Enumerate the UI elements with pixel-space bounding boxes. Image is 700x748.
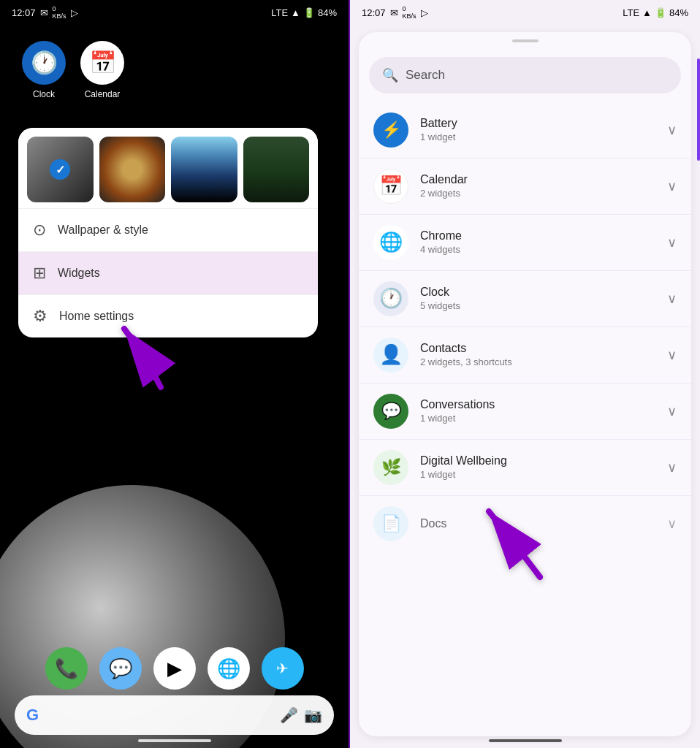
wallpaper-thumb-2[interactable] bbox=[99, 137, 166, 202]
battery-pct-left: 84% bbox=[318, 7, 337, 18]
scroll-indicator bbox=[697, 58, 700, 161]
inbox-icon: ✉ bbox=[40, 7, 48, 18]
clock-chevron-icon: ∨ bbox=[667, 291, 677, 307]
camera-icon[interactable]: 📷 bbox=[304, 706, 322, 724]
status-time-right: 12:07 ✉ 0KB/s ▷ bbox=[362, 6, 428, 20]
widget-list: ⚡ Battery 1 widget ∨ 📅 Calendar 2 widget… bbox=[359, 99, 691, 554]
widget-item-contacts[interactable]: 👤 Contacts 2 widgets, 3 shortcuts ∨ bbox=[359, 327, 691, 383]
chrome-widget-icon: 🌐 bbox=[373, 225, 408, 260]
widget-item-calendar[interactable]: 📅 Calendar 2 widgets ∨ bbox=[359, 159, 691, 215]
dock-chrome[interactable]: 🌐 bbox=[208, 647, 250, 690]
status-right-right: LTE ▲ 🔋 84% bbox=[623, 7, 688, 18]
search-bar[interactable]: 🔍 Search bbox=[369, 57, 681, 94]
conversations-widget-name: Conversations bbox=[420, 398, 667, 411]
chrome-widget-count: 4 widgets bbox=[420, 244, 667, 255]
contacts-widget-icon: 👤 bbox=[373, 337, 408, 373]
wallpaper-thumb-1[interactable] bbox=[27, 137, 94, 202]
widgets-menu-icon: ⊞ bbox=[33, 264, 46, 283]
menu-wallpaper[interactable]: ⊙ Wallpaper & style bbox=[18, 208, 318, 251]
calendar-app-icon: 📅 bbox=[80, 41, 124, 85]
dock-phone[interactable]: 📞 bbox=[45, 647, 88, 690]
microphone-icon[interactable]: 🎤 bbox=[280, 706, 298, 724]
status-right-left: LTE ▲ 🔋 84% bbox=[271, 7, 337, 18]
chrome-dock-icon: 🌐 bbox=[217, 657, 240, 680]
digitalwellbeing-widget-icon: 🌿 bbox=[373, 450, 408, 485]
widget-picker-card: 🔍 Search ⚡ Battery 1 widget ∨ 📅 bbox=[359, 32, 691, 736]
calendar-widget-count: 2 widgets bbox=[420, 188, 667, 199]
battery-icon-left: 🔋 bbox=[303, 7, 315, 18]
status-time-left: 12:07 ✉ 0KB/s ▷ bbox=[12, 6, 78, 20]
home-indicator-right bbox=[489, 739, 562, 742]
menu-wallpaper-label: Wallpaper & style bbox=[58, 224, 148, 237]
chrome-chevron-icon: ∨ bbox=[667, 234, 677, 251]
wallpaper-thumb-3[interactable] bbox=[171, 137, 237, 202]
widget-item-digitalwellbeing[interactable]: 🌿 Digital Wellbeing 1 widget ∨ bbox=[359, 440, 691, 496]
data-speed-right: 0KB/s bbox=[403, 6, 416, 20]
dock-messages[interactable]: 💬 bbox=[99, 647, 142, 690]
menu-home-settings-label: Home settings bbox=[59, 310, 134, 323]
widget-item-clock[interactable]: 🕐 Clock 5 widgets ∨ bbox=[359, 271, 691, 327]
contacts-chevron-icon: ∨ bbox=[667, 347, 677, 363]
wallpaper-row bbox=[18, 128, 318, 208]
docs-widget-icon: 📄 bbox=[373, 506, 408, 541]
menu-widgets-label: Widgets bbox=[58, 267, 100, 280]
search-icon: 🔍 bbox=[382, 67, 398, 83]
widget-item-battery[interactable]: ⚡ Battery 1 widget ∨ bbox=[359, 102, 691, 159]
clock-app-icon: 🕐 bbox=[22, 41, 66, 85]
lte-right: LTE bbox=[623, 7, 639, 18]
dock-telegram[interactable]: ✈ bbox=[262, 647, 304, 690]
right-status-bar: 12:07 ✉ 0KB/s ▷ LTE ▲ 🔋 84% bbox=[350, 0, 700, 26]
battery-chevron-icon: ∨ bbox=[667, 122, 677, 138]
home-settings-menu-icon: ⚙ bbox=[33, 307, 47, 326]
contacts-widget-count: 2 widgets, 3 shortcuts bbox=[420, 356, 667, 367]
chrome-widget-info: Chrome 4 widgets bbox=[420, 229, 667, 255]
google-g-logo: G bbox=[26, 706, 39, 725]
wallpaper-menu-icon: ⊙ bbox=[33, 221, 46, 240]
wallpaper-thumb-4[interactable] bbox=[243, 137, 310, 202]
conversations-widget-count: 1 widget bbox=[420, 413, 667, 424]
docs-chevron-icon: ∨ bbox=[667, 516, 677, 532]
docs-widget-name: Docs bbox=[420, 517, 667, 530]
battery-icon-right: 🔋 bbox=[655, 7, 666, 18]
lte-left: LTE bbox=[271, 7, 288, 18]
clock-app-label: Clock bbox=[33, 89, 55, 99]
phone-dock-icon: 📞 bbox=[55, 657, 78, 680]
top-app-icons: 🕐 Clock 📅 Calendar bbox=[0, 26, 349, 107]
drag-handle bbox=[359, 32, 691, 45]
battery-pct-right: 84% bbox=[669, 7, 688, 18]
clock-widget-info: Clock 5 widgets bbox=[420, 286, 667, 311]
digitalwellbeing-chevron-icon: ∨ bbox=[667, 459, 677, 476]
google-search-bar[interactable]: G 🎤 📷 bbox=[15, 695, 334, 735]
data-icon: ▷ bbox=[71, 7, 78, 18]
time-left: 12:07 bbox=[12, 7, 36, 18]
dock-play[interactable]: ▶ bbox=[153, 647, 196, 690]
data-icon-right: ▷ bbox=[421, 7, 428, 18]
docs-widget-info: Docs bbox=[420, 517, 667, 530]
signal-icon-left: ▲ bbox=[291, 7, 300, 18]
calendar-app-item[interactable]: 📅 Calendar bbox=[80, 41, 124, 99]
widget-item-chrome[interactable]: 🌐 Chrome 4 widgets ∨ bbox=[359, 215, 691, 271]
play-dock-icon: ▶ bbox=[167, 657, 182, 680]
conversations-widget-info: Conversations 1 widget bbox=[420, 398, 667, 424]
contacts-widget-info: Contacts 2 widgets, 3 shortcuts bbox=[420, 342, 667, 367]
battery-widget-count: 1 widget bbox=[420, 131, 667, 142]
search-placeholder: Search bbox=[406, 68, 445, 83]
time-right: 12:07 bbox=[362, 7, 386, 18]
menu-widgets[interactable]: ⊞ Widgets bbox=[18, 251, 318, 294]
widget-item-conversations[interactable]: 💬 Conversations 1 widget ∨ bbox=[359, 383, 691, 440]
data-speed: 0KB/s bbox=[53, 6, 66, 20]
calendar-widget-icon: 📅 bbox=[373, 169, 408, 204]
left-status-bar: 12:07 ✉ 0KB/s ▷ LTE ▲ 🔋 84% bbox=[0, 0, 349, 26]
clock-widget-count: 5 widgets bbox=[420, 300, 667, 311]
home-indicator-left bbox=[138, 739, 211, 742]
digitalwellbeing-widget-info: Digital Wellbeing 1 widget bbox=[420, 454, 667, 480]
messages-dock-icon: 💬 bbox=[109, 657, 132, 680]
signal-icon-right: ▲ bbox=[642, 7, 652, 18]
battery-widget-info: Battery 1 widget bbox=[420, 117, 667, 142]
conversations-chevron-icon: ∨ bbox=[667, 403, 677, 419]
calendar-app-label: Calendar bbox=[85, 89, 121, 99]
menu-home-settings[interactable]: ⚙ Home settings bbox=[18, 294, 318, 337]
conversations-widget-icon: 💬 bbox=[373, 394, 408, 429]
widget-item-docs[interactable]: 📄 Docs ∨ bbox=[359, 496, 691, 552]
clock-app-item[interactable]: 🕐 Clock bbox=[22, 41, 66, 99]
